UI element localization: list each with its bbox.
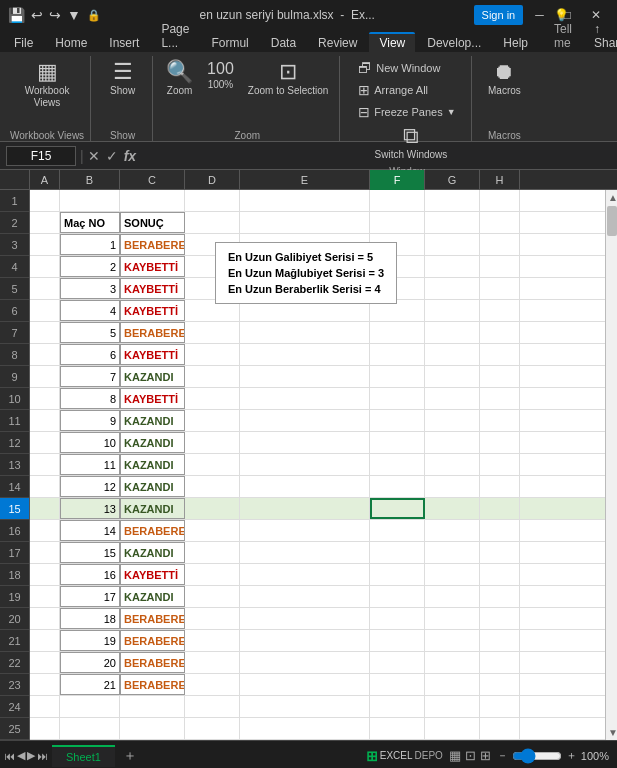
zoom-level-display[interactable]: 100% — [581, 750, 609, 762]
row-header-21[interactable]: 21 — [0, 630, 29, 652]
zoom-slider[interactable] — [512, 748, 562, 764]
col-header-g[interactable]: G — [425, 170, 480, 190]
cell-e20[interactable] — [240, 608, 370, 629]
tab-review[interactable]: Review — [308, 34, 367, 52]
col-header-f[interactable]: F — [370, 170, 425, 190]
cell-b17[interactable]: 15 — [60, 542, 120, 563]
cell-h10[interactable] — [480, 388, 520, 409]
cell-b11[interactable]: 9 — [60, 410, 120, 431]
row-header-9[interactable]: 9 — [0, 366, 29, 388]
sheet-last-button[interactable]: ⏭ — [37, 750, 48, 762]
cell-f21[interactable] — [370, 630, 425, 651]
save-icon[interactable]: 💾 — [8, 7, 25, 23]
cell-f9[interactable] — [370, 366, 425, 387]
cell-b19[interactable]: 17 — [60, 586, 120, 607]
cell-f23[interactable] — [370, 674, 425, 695]
cell-e17[interactable] — [240, 542, 370, 563]
cell-d2[interactable] — [185, 212, 240, 233]
cell-g1[interactable] — [425, 190, 480, 211]
cell-a12[interactable] — [30, 432, 60, 453]
zoom-to-selection-button[interactable]: ⊡ Zoom to Selection — [243, 58, 334, 100]
cell-b10[interactable]: 8 — [60, 388, 120, 409]
cell-a4[interactable] — [30, 256, 60, 277]
share-button[interactable]: ↑ Share — [584, 20, 617, 52]
tab-developer[interactable]: Develop... — [417, 34, 491, 52]
row-header-17[interactable]: 17 — [0, 542, 29, 564]
cell-b20[interactable]: 18 — [60, 608, 120, 629]
cell-g7[interactable] — [425, 322, 480, 343]
redo-icon[interactable]: ↪ — [49, 7, 61, 23]
cell-f24[interactable] — [370, 696, 425, 717]
cell-b22[interactable]: 20 — [60, 652, 120, 673]
row-header-13[interactable]: 13 — [0, 454, 29, 476]
cell-d19[interactable] — [185, 586, 240, 607]
cell-c9[interactable]: KAZANDI — [120, 366, 185, 387]
cell-b21[interactable]: 19 — [60, 630, 120, 651]
cell-h25[interactable] — [480, 718, 520, 739]
cell-h4[interactable] — [480, 256, 520, 277]
scroll-down-button[interactable]: ▼ — [606, 725, 617, 740]
cell-g20[interactable] — [425, 608, 480, 629]
cell-b1[interactable] — [60, 190, 120, 211]
cell-h16[interactable] — [480, 520, 520, 541]
cell-b25[interactable] — [60, 718, 120, 739]
tab-insert[interactable]: Insert — [99, 34, 149, 52]
row-header-12[interactable]: 12 — [0, 432, 29, 454]
cell-b14[interactable]: 12 — [60, 476, 120, 497]
cell-g21[interactable] — [425, 630, 480, 651]
cell-a2[interactable] — [30, 212, 60, 233]
cell-e7[interactable] — [240, 322, 370, 343]
tab-view[interactable]: View — [369, 32, 415, 52]
page-layout-view-icon[interactable]: ⊡ — [465, 748, 476, 763]
cell-h14[interactable] — [480, 476, 520, 497]
normal-view-icon[interactable]: ▦ — [449, 748, 461, 763]
cell-c25[interactable] — [120, 718, 185, 739]
row-header-2[interactable]: 2 — [0, 212, 29, 234]
sheet-first-button[interactable]: ⏮ — [4, 750, 15, 762]
row-header-10[interactable]: 10 — [0, 388, 29, 410]
cell-g8[interactable] — [425, 344, 480, 365]
row-header-14[interactable]: 14 — [0, 476, 29, 498]
cell-d25[interactable] — [185, 718, 240, 739]
cell-c11[interactable]: KAZANDI — [120, 410, 185, 431]
cell-b18[interactable]: 16 — [60, 564, 120, 585]
cell-g10[interactable] — [425, 388, 480, 409]
cell-c12[interactable]: KAZANDI — [120, 432, 185, 453]
cell-a18[interactable] — [30, 564, 60, 585]
zoom-in-icon[interactable]: ＋ — [566, 748, 577, 763]
autosave-icon[interactable]: 🔒 — [87, 9, 101, 22]
row-header-18[interactable]: 18 — [0, 564, 29, 586]
macros-button[interactable]: ⏺ Macros — [483, 58, 526, 100]
cell-e12[interactable] — [240, 432, 370, 453]
cell-d21[interactable] — [185, 630, 240, 651]
undo-icon[interactable]: ↩ — [31, 7, 43, 23]
cell-b2[interactable]: Maç NO — [60, 212, 120, 233]
cell-h17[interactable] — [480, 542, 520, 563]
cell-h21[interactable] — [480, 630, 520, 651]
cell-f2[interactable] — [370, 212, 425, 233]
cell-a16[interactable] — [30, 520, 60, 541]
row-header-16[interactable]: 16 — [0, 520, 29, 542]
cell-b8[interactable]: 6 — [60, 344, 120, 365]
cell-a22[interactable] — [30, 652, 60, 673]
cell-h12[interactable] — [480, 432, 520, 453]
cell-f10[interactable] — [370, 388, 425, 409]
row-header-25[interactable]: 25 — [0, 718, 29, 740]
cell-e25[interactable] — [240, 718, 370, 739]
cell-a10[interactable] — [30, 388, 60, 409]
cell-g13[interactable] — [425, 454, 480, 475]
cell-f1[interactable] — [370, 190, 425, 211]
cell-e9[interactable] — [240, 366, 370, 387]
row-header-24[interactable]: 24 — [0, 696, 29, 718]
cell-c4[interactable]: KAYBETTİ — [120, 256, 185, 277]
row-header-1[interactable]: 1 — [0, 190, 29, 212]
vertical-scrollbar[interactable]: ▲ ▼ — [605, 190, 617, 740]
cell-f17[interactable] — [370, 542, 425, 563]
row-header-6[interactable]: 6 — [0, 300, 29, 322]
tab-help[interactable]: Help — [493, 34, 538, 52]
cell-c8[interactable]: KAYBETTİ — [120, 344, 185, 365]
cell-b23[interactable]: 21 — [60, 674, 120, 695]
cell-f15[interactable] — [370, 498, 425, 519]
col-header-e[interactable]: E — [240, 170, 370, 190]
row-header-8[interactable]: 8 — [0, 344, 29, 366]
